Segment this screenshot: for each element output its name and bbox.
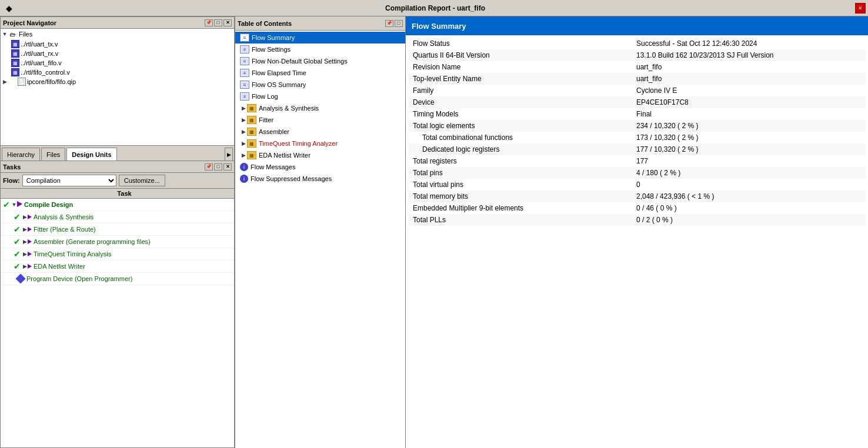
expand-timequest[interactable]: ▶ (22, 251, 28, 257)
toc-item-flow-log[interactable]: ≡ Flow Log (235, 91, 405, 102)
flow-label-total-pins: Total pins (408, 167, 632, 179)
tab-arrow-right[interactable]: ▶ (225, 148, 233, 161)
flow-row-device: Device EP4CE10F17C8 (408, 96, 866, 108)
expand-compile-design[interactable]: ▼ (11, 202, 17, 208)
toc-label-flow-summary: Flow Summary (252, 34, 295, 41)
tree-item-uart-rx[interactable]: ▦ ../rtl/uart_rx.v (1, 49, 234, 58)
customize-button[interactable]: Customize... (119, 175, 165, 186)
tab-hierarchy[interactable]: Hierarchy (2, 148, 40, 161)
task-label-compile-design: Compile Design (24, 201, 233, 208)
toc-item-flow-messages[interactable]: i Flow Messages (235, 161, 405, 173)
panel-header-controls: 📌 □ ✕ (205, 19, 232, 26)
project-navigator-title: Project Navigator (3, 19, 56, 26)
task-row-program-device[interactable]: ✔ Program Device (Open Programmer) (1, 273, 234, 285)
flow-content: Flow Status Successful - Sat Oct 12 12:4… (406, 35, 868, 448)
file-icon-uart-rx: ▦ (11, 49, 19, 58)
toc-item-flow-nondefault[interactable]: ≡ Flow Non-Default Global Settings (235, 55, 405, 67)
play-icon-compile (17, 200, 22, 209)
flow-row-embedded-mult: Embedded Multiplier 9-bit elements 0 / 4… (408, 202, 866, 214)
task-label-assembler: Assembler (Generate programming files) (34, 238, 233, 245)
flow-row-total-plls: Total PLLs 0 / 2 ( 0 % ) (408, 214, 866, 226)
main-container: Project Navigator 📌 □ ✕ ▼ 🗁 Files ▦ ../r… (0, 16, 868, 448)
task-row-timequest[interactable]: ✔ ▶ TimeQuest Timing Analysis (1, 248, 234, 260)
toc-item-assembler-folder[interactable]: ▶ ▦ Assembler (235, 126, 405, 138)
expand-assembler[interactable]: ▶ (22, 239, 28, 245)
flow-row-combinational: Total combinational functions 173 / 10,3… (408, 132, 866, 143)
flow-value-combinational: 173 / 10,320 ( 2 % ) (632, 132, 866, 143)
flow-value-toplevel: uart_fifo (632, 73, 866, 85)
flow-row-version: Quartus II 64-Bit Version 13.1.0 Build 1… (408, 49, 866, 61)
tasks-maximize-button[interactable]: □ (214, 163, 222, 170)
toc-folder-eda: ▦ (247, 151, 256, 159)
toc-item-analysis-folder[interactable]: ▶ ▦ Analysis & Synthesis (235, 102, 405, 114)
tree-item-fifo-control[interactable]: ▦ ../rtl/fifo_control.v (1, 68, 234, 77)
flow-label-embedded-mult: Embedded Multiplier 9-bit elements (408, 202, 632, 214)
toc-item-flow-settings[interactable]: ≡ Flow Settings (235, 44, 405, 55)
flow-label-memory-bits: Total memory bits (408, 190, 632, 202)
task-row-fitter[interactable]: ✔ ▶ Fitter (Place & Route) (1, 223, 234, 236)
flow-value-total-pins: 4 / 180 ( 2 % ) (632, 167, 866, 179)
toc-maximize-button[interactable]: □ (395, 20, 403, 27)
flow-row-memory-bits: Total memory bits 2,048 / 423,936 ( < 1 … (408, 190, 866, 202)
pin-button[interactable]: 📌 (205, 19, 213, 26)
task-row-analysis[interactable]: ✔ ▶ Analysis & Synthesis (1, 211, 234, 223)
flow-summary-title: Flow Summary (406, 16, 868, 35)
toc-label-flow-os: Flow OS Summary (252, 81, 306, 88)
close-button[interactable]: ✕ (855, 3, 866, 14)
toc-folder-fitter: ▦ (247, 116, 256, 124)
toc-label-flow-log: Flow Log (252, 93, 278, 100)
task-label-fitter: Fitter (Place & Route) (34, 226, 233, 233)
toc-folder-analysis: ▦ (247, 104, 256, 112)
task-row-compile-design[interactable]: ✔ ▼ Compile Design (1, 199, 234, 211)
toc-label-analysis: Analysis & Synthesis (259, 105, 319, 112)
toc-label-eda: EDA Netlist Writer (259, 152, 311, 159)
flow-label-total-plls: Total PLLs (408, 214, 632, 226)
flow-label-toplevel: Top-level Entity Name (408, 73, 632, 85)
toc-item-timequest-folder[interactable]: ▶ ▦ TimeQuest Timing Analyzer (235, 138, 405, 149)
toc-icon-flow-log: ≡ (240, 92, 249, 101)
toc-header: Table of Contents 📌 □ (235, 16, 405, 31)
task-row-assembler[interactable]: ✔ ▶ Assembler (Generate programming file… (1, 236, 234, 248)
toc-pin-button[interactable]: 📌 (385, 20, 393, 27)
tree-item-files-root[interactable]: ▼ 🗁 Files (1, 29, 234, 39)
expand-eda[interactable]: ▶ (22, 263, 28, 269)
tasks-close-button[interactable]: ✕ (223, 163, 232, 170)
toc-label-flow-settings: Flow Settings (252, 46, 291, 53)
top-icon[interactable]: ◆ (2, 2, 15, 15)
toc-item-flow-elapsed[interactable]: ≡ Flow Elapsed Time (235, 67, 405, 79)
maximize-button[interactable]: □ (214, 19, 222, 26)
tab-files[interactable]: Files (41, 148, 65, 161)
toc-item-flow-os[interactable]: ≡ Flow OS Summary (235, 79, 405, 91)
task-label-eda: EDA Netlist Writer (34, 263, 233, 270)
toc-label-timequest: TimeQuest Timing Analyzer (259, 140, 338, 147)
task-row-eda[interactable]: ✔ ▶ EDA Netlist Writer (1, 260, 234, 273)
task-table: Task ✔ ▼ Compile Design ✔ ▶ (1, 189, 234, 447)
tasks-pin-button[interactable]: 📌 (205, 163, 213, 170)
toc-item-flow-suppressed[interactable]: i Flow Suppressed Messages (235, 173, 405, 185)
flow-value-timing-models: Final (632, 108, 866, 120)
flow-label-timing-models: Timing Models (408, 108, 632, 120)
tree-item-uart-tx[interactable]: ▦ ../rtl/uart_tx.v (1, 39, 234, 49)
flow-select[interactable]: Compilation (22, 175, 116, 186)
expand-analysis[interactable]: ▶ (22, 214, 28, 220)
check-eda: ✔ (12, 262, 22, 271)
expand-fitter[interactable]: ▶ (22, 226, 28, 232)
toc-label-fitter: Fitter (259, 116, 273, 123)
tree-item-fifo-qip[interactable]: ▶ 📄 ipcore/fifo/fifo.qip (1, 77, 234, 86)
tasks-panel: Tasks 📌 □ ✕ Flow: Compilation Customize.… (0, 161, 235, 448)
window-title: Compilation Report - uart_fifo (15, 4, 855, 12)
tree-item-uart-fifo[interactable]: ▦ ../rtl/uart_fifo.v (1, 58, 234, 68)
toc-item-flow-summary[interactable]: ≡ Flow Summary (235, 32, 405, 44)
toc-item-fitter-folder[interactable]: ▶ ▦ Fitter (235, 114, 405, 126)
tab-design-units[interactable]: Design Units (66, 148, 116, 161)
task-label-analysis: Analysis & Synthesis (34, 213, 233, 220)
close-panel-button[interactable]: ✕ (223, 19, 232, 26)
check-fitter: ✔ (12, 225, 22, 234)
toc-item-eda-folder[interactable]: ▶ ▦ EDA Netlist Writer (235, 149, 405, 161)
file-icon-uart-fifo: ▦ (11, 59, 19, 67)
toc-icon-flow-nondefault: ≡ (240, 57, 249, 65)
toc-panel: Table of Contents 📌 □ ≡ Flow Summary ≡ F… (235, 16, 406, 448)
check-program-device: ✔ (2, 274, 11, 283)
flow-row-total-regs: Total registers 177 (408, 155, 866, 167)
flow-summary-panel: Flow Summary Flow Status Successful - Sa… (406, 16, 868, 448)
